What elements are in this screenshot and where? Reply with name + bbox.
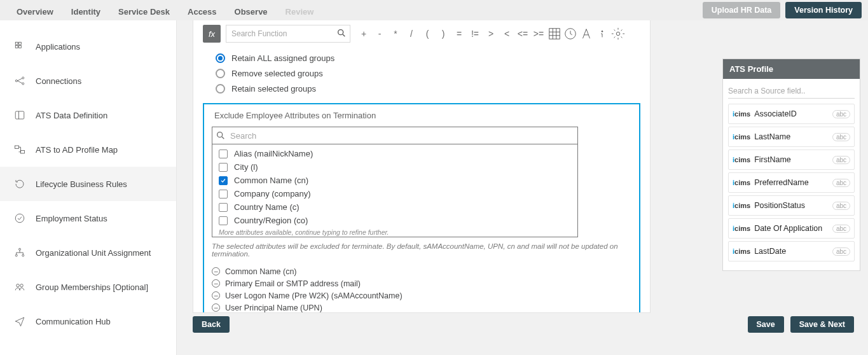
op-lparen[interactable]: (: [420, 27, 434, 41]
org-unit-icon: [14, 247, 25, 258]
sidebar-item-ou[interactable]: Organizational Unit Assignment: [0, 235, 176, 270]
selected-attr-label: User Logon Name (Pre W2K) (sAMAccountNam…: [225, 291, 403, 300]
attributes-list[interactable]: Alias (mailNickName) City (l) Common Nam…: [212, 144, 578, 237]
remove-icon[interactable]: −: [212, 303, 220, 312]
sidebar-item-profile-map[interactable]: ATS to AD Profile Map: [0, 132, 176, 167]
save-button[interactable]: Save: [748, 316, 784, 333]
ats-profile-panel: ATS Profile icimsAssociateIDabc icimsLas…: [722, 59, 860, 271]
source-badge: icims: [733, 133, 750, 141]
ats-search-input[interactable]: [728, 84, 855, 99]
op-eq[interactable]: =: [452, 27, 466, 41]
attr-option[interactable]: Common Name (cn): [212, 174, 577, 187]
svg-rect-3: [19, 46, 22, 48]
settings-icon[interactable]: [611, 27, 625, 41]
tab-access[interactable]: Access: [179, 0, 226, 20]
font-icon[interactable]: [579, 27, 593, 41]
upload-hr-data-button[interactable]: Upload HR Data: [703, 2, 780, 18]
rules-card: fx + - * / ( ) = != > < <= >=: [193, 20, 651, 313]
back-button[interactable]: Back: [193, 316, 230, 333]
radio-retain-all[interactable]: Retain ALL assigned groups: [216, 51, 640, 65]
field-type-badge: abc: [832, 247, 850, 256]
save-next-button[interactable]: Save & Next: [790, 316, 854, 333]
ats-field[interactable]: icimsAssociateIDabc: [728, 104, 855, 124]
op-minus[interactable]: -: [373, 27, 387, 41]
exclude-help-text: The selected attributes will be excluded…: [212, 242, 631, 258]
ats-field[interactable]: icimsLastNameabc: [728, 127, 855, 147]
field-type-badge: abc: [832, 225, 850, 233]
source-badge: icims: [733, 247, 750, 255]
version-history-button[interactable]: Version History: [785, 2, 862, 18]
radio-remove-selected[interactable]: Remove selected groups: [216, 66, 640, 80]
wizard-footer: Back Save Save & Next: [193, 316, 854, 333]
ats-panel-title: ATS Profile: [723, 59, 860, 79]
op-lte[interactable]: <=: [516, 27, 530, 41]
sidebar-item-employment[interactable]: Employment Status: [0, 201, 176, 235]
top-nav: Overview Identity Service Desk Access Ob…: [0, 0, 868, 20]
op-gte[interactable]: >=: [532, 27, 546, 41]
op-div[interactable]: /: [404, 27, 418, 41]
function-search-input[interactable]: [226, 25, 350, 43]
op-neq[interactable]: !=: [468, 27, 482, 41]
ats-field[interactable]: icimsLastDateabc: [728, 241, 855, 261]
info-icon[interactable]: [595, 27, 609, 41]
selected-attr: −User Logon Name (Pre W2K) (sAMAccountNa…: [212, 289, 631, 302]
send-icon: [14, 316, 25, 327]
attr-label: Country/Region (co): [234, 216, 308, 225]
attr-option[interactable]: Country Name (c): [212, 200, 577, 214]
sidebar-item-lifecycle[interactable]: Lifecycle Business Rules: [0, 167, 176, 201]
checkbox-icon: [219, 163, 228, 172]
tab-service-desk[interactable]: Service Desk: [109, 0, 179, 20]
sidebar-label: Communication Hub: [36, 317, 111, 326]
radio-label: Retain ALL assigned groups: [231, 53, 334, 63]
table-icon[interactable]: [548, 27, 561, 41]
radio-icon: [216, 69, 225, 78]
attr-option[interactable]: Company (company): [212, 187, 577, 200]
svg-point-21: [217, 132, 223, 137]
group-retention-radios: Retain ALL assigned groups Remove select…: [216, 51, 640, 95]
search-icon[interactable]: [336, 28, 347, 38]
attr-option[interactable]: City (l): [212, 160, 577, 174]
main-area: fx + - * / ( ) = != > < <= >=: [177, 20, 868, 355]
op-mult[interactable]: *: [389, 27, 403, 41]
ats-field[interactable]: icimsPositionStatusabc: [728, 195, 855, 216]
tab-review[interactable]: Review: [277, 0, 323, 20]
sidebar-item-comm-hub[interactable]: Communication Hub: [0, 304, 176, 338]
sidebar-item-applications[interactable]: Applications: [0, 29, 176, 64]
source-badge: icims: [733, 179, 750, 186]
clock-icon[interactable]: [563, 27, 577, 41]
attr-option[interactable]: Alias (mailNickName): [212, 147, 577, 160]
selected-attr-label: Primary Email or SMTP address (mail): [225, 279, 361, 288]
svg-rect-17: [549, 29, 560, 39]
svg-point-15: [20, 284, 24, 288]
tab-overview[interactable]: Overview: [8, 0, 62, 20]
tab-observe[interactable]: Observe: [226, 0, 277, 20]
attributes-search-input[interactable]: [212, 127, 578, 144]
radio-retain-selected[interactable]: Retain selected groups: [216, 81, 640, 95]
op-rparen[interactable]: ): [436, 27, 450, 41]
lifecycle-icon: [14, 178, 25, 190]
sidebar-label: Lifecycle Business Rules: [36, 179, 127, 189]
attr-option[interactable]: Country/Region (co): [212, 214, 577, 227]
data-definition-icon: [14, 109, 25, 121]
tab-identity[interactable]: Identity: [62, 0, 109, 20]
sidebar-item-ats-data[interactable]: ATS Data Definition: [0, 98, 176, 132]
remove-icon[interactable]: −: [212, 267, 220, 275]
ats-field[interactable]: icimsPreferredNameabc: [728, 172, 855, 193]
svg-rect-9: [21, 151, 25, 154]
op-plus[interactable]: +: [357, 27, 371, 41]
ats-field-name: FirstName: [754, 155, 829, 164]
svg-rect-7: [15, 111, 24, 119]
sidebar-item-groups[interactable]: Group Memberships [Optional]: [0, 270, 176, 304]
nav-tabs: Overview Identity Service Desk Access Ob…: [8, 0, 322, 20]
remove-icon[interactable]: −: [212, 291, 220, 300]
op-lt[interactable]: <: [500, 27, 514, 41]
ats-field[interactable]: icimsFirstNameabc: [728, 150, 855, 170]
radio-label: Retain selected groups: [231, 84, 316, 94]
sidebar-item-connections[interactable]: Connections: [0, 64, 176, 98]
ats-field[interactable]: icimsDate Of Applicationabc: [728, 218, 855, 239]
op-gt[interactable]: >: [484, 27, 498, 41]
remove-icon[interactable]: −: [212, 279, 220, 288]
svg-point-5: [22, 77, 24, 79]
sidebar: Applications Connections ATS Data Defini…: [0, 20, 177, 355]
attr-label: Country Name (c): [234, 202, 300, 212]
